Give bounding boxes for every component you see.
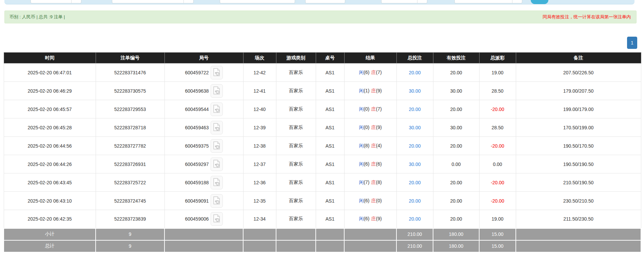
result-cell: 闲(0)庄(7) <box>344 100 396 118</box>
player-result-score: (0) <box>364 125 369 130</box>
banker-result-label: 庄 <box>371 198 376 203</box>
video-replay-button[interactable] <box>211 102 223 116</box>
remark-cell: 190.50/170.50 <box>516 137 641 155</box>
subtotal-total-bet: 210.00 <box>396 228 433 240</box>
table-header: 时间 注单编号 局号 场次 游戏类别 桌号 结果 总投注 有效投注 总派彩 备注 <box>4 53 641 63</box>
total-bet-cell: 20.00 <box>396 137 433 155</box>
subtotal-valid-bet: 180.00 <box>433 228 479 240</box>
round-number: 600459297 <box>185 162 209 167</box>
table-row: 2025-02-20 06:45:57 522283729553 6004595… <box>4 100 641 118</box>
select-divider <box>417 0 417 3</box>
table-row: 2025-02-20 06:44:56 522283727782 6004593… <box>4 137 641 155</box>
time-cell: 2025-02-20 06:45:57 <box>4 100 96 118</box>
col-header-session: 场次 <box>243 53 276 63</box>
total-bet-link[interactable]: 20.00 <box>409 143 421 149</box>
player-result-score: (8) <box>364 143 369 148</box>
col-header-total-bet: 总投注 <box>396 53 433 63</box>
round-number: 600459638 <box>185 88 209 94</box>
table-number-cell: AS1 <box>316 118 344 137</box>
time-cell: 2025-02-20 06:47:01 <box>4 63 96 82</box>
result-cell: 闲(6)庄(0) <box>344 192 396 210</box>
remark-cell: 190.50/190.50 <box>516 155 641 173</box>
total-bet-cell: 20.00 <box>396 192 433 210</box>
bet-number-cell: 522283723839 <box>96 210 164 228</box>
time-cell: 2025-02-20 06:44:56 <box>4 137 96 155</box>
table-number-cell: AS1 <box>316 100 344 118</box>
remark-cell: 170.50/199.00 <box>516 118 641 137</box>
game-type-cell: 百家乐 <box>276 82 316 100</box>
filter-field-5[interactable] <box>381 0 427 3</box>
video-file-icon <box>213 68 220 77</box>
total-bet-link[interactable]: 20.00 <box>409 70 421 75</box>
round-cell: 600459722 <box>164 63 243 82</box>
video-replay-button[interactable] <box>211 139 223 153</box>
result-cell: 闲(6)庄(9) <box>344 210 396 228</box>
total-bet-link[interactable]: 20.00 <box>409 216 421 222</box>
player-result-score: (1) <box>364 88 369 93</box>
subtotal-payout: 15.00 <box>479 228 516 240</box>
total-bet-link[interactable]: 20.00 <box>409 180 421 185</box>
banker-result-label: 庄 <box>371 161 376 167</box>
banker-result-score: (4) <box>376 143 382 148</box>
video-file-icon <box>213 160 220 169</box>
session-cell: 12-37 <box>243 155 276 173</box>
table-footer: 小计 9 210.00 180.00 15.00 总计 9 210.00 180… <box>4 228 641 252</box>
video-replay-button[interactable] <box>211 66 223 79</box>
round-cell: 600459463 <box>164 118 243 137</box>
result-cell: 闲(8)庄(4) <box>344 137 396 155</box>
table-row: 2025-02-20 06:46:29 522283730575 6004596… <box>4 82 641 100</box>
total-bet-link[interactable]: 20.00 <box>409 107 421 112</box>
result-cell: 闲(6)庄(6) <box>344 155 396 173</box>
player-result-label: 闲 <box>359 198 364 203</box>
total-bet-cell: 20.00 <box>396 100 433 118</box>
filter-field-2[interactable] <box>112 0 194 3</box>
table-number-cell: AS1 <box>316 173 344 192</box>
player-result-score: (6) <box>364 198 369 203</box>
filter-field-6[interactable] <box>454 0 522 3</box>
video-replay-button[interactable] <box>211 84 223 98</box>
session-cell: 12-38 <box>243 137 276 155</box>
filter-field-3[interactable] <box>220 0 295 3</box>
table-row: 2025-02-20 06:45:28 522283728718 6004594… <box>4 118 641 137</box>
total-bet-link[interactable]: 30.00 <box>409 162 421 167</box>
total-bet-link[interactable]: 20.00 <box>409 198 421 204</box>
video-replay-button[interactable] <box>211 121 223 134</box>
table-row: 2025-02-20 06:42:35 522283723839 6004590… <box>4 210 641 228</box>
valid-bet-cell: 30.00 <box>433 82 479 100</box>
video-replay-button[interactable] <box>211 212 223 226</box>
video-replay-button[interactable] <box>211 157 223 171</box>
total-bet-link[interactable]: 30.00 <box>409 125 421 130</box>
player-result-score: (6) <box>364 161 369 167</box>
search-button[interactable] <box>531 0 548 4</box>
round-cell: 600459091 <box>164 192 243 210</box>
table-row: 2025-02-20 06:43:10 522283724745 6004590… <box>4 192 641 210</box>
video-replay-button[interactable] <box>211 176 223 189</box>
col-header-payout: 总派彩 <box>479 53 516 63</box>
player-result-label: 闲 <box>359 70 364 75</box>
session-cell: 12-42 <box>243 63 276 82</box>
banker-result-label: 庄 <box>371 88 376 93</box>
filter-field-4[interactable] <box>305 0 345 3</box>
video-file-icon <box>213 86 220 96</box>
time-cell: 2025-02-20 06:43:10 <box>4 192 96 210</box>
total-bet-link[interactable]: 30.00 <box>409 88 421 94</box>
session-cell: 12-34 <box>243 210 276 228</box>
pagination-page-1-button[interactable]: 1 <box>627 37 637 49</box>
banker-result-label: 庄 <box>371 143 376 148</box>
total-bet-cell: 30.00 <box>396 118 433 137</box>
subtotal-count: 9 <box>96 228 164 240</box>
bet-number-cell: 522283727782 <box>96 137 164 155</box>
table-number-cell: AS1 <box>316 82 344 100</box>
table-number-cell: AS1 <box>316 192 344 210</box>
filter-field-1[interactable] <box>31 0 81 3</box>
video-file-icon <box>213 141 220 151</box>
remark-cell: 199.00/179.00 <box>516 100 641 118</box>
round-number: 600459091 <box>185 198 209 204</box>
video-replay-button[interactable] <box>211 194 223 208</box>
total-bet-cell: 30.00 <box>396 155 433 173</box>
time-cell: 2025-02-20 06:43:45 <box>4 173 96 192</box>
session-cell: 12-40 <box>243 100 276 118</box>
banker-result-label: 庄 <box>371 216 376 221</box>
banker-result-score: (7) <box>376 70 382 75</box>
player-result-score: (6) <box>364 70 369 75</box>
